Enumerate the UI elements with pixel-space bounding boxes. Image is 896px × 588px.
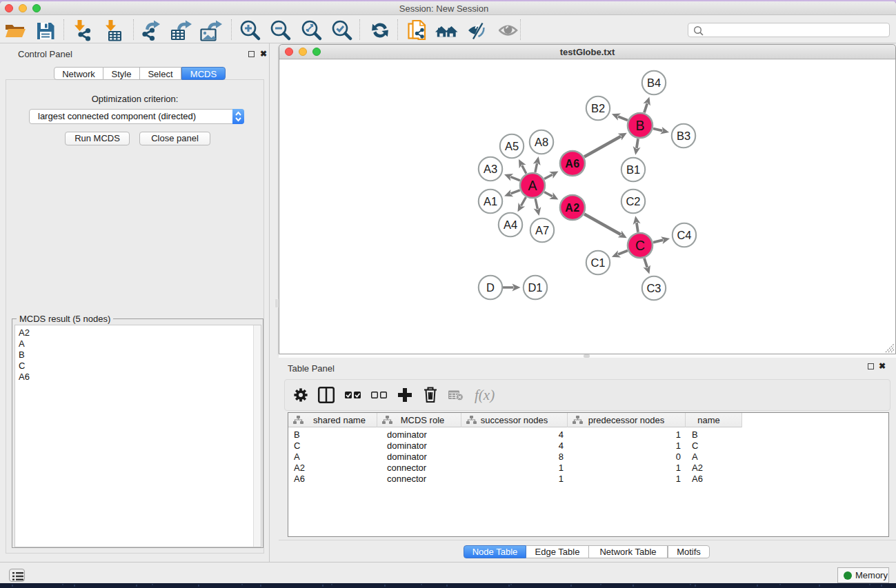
svg-text:B4: B4 — [647, 77, 661, 89]
svg-text:C3: C3 — [646, 282, 661, 294]
svg-text:B2: B2 — [591, 102, 605, 114]
svg-text:A6: A6 — [565, 158, 579, 170]
svg-text:C: C — [635, 238, 645, 253]
svg-text:C4: C4 — [677, 229, 691, 241]
svg-text:A: A — [528, 178, 537, 193]
svg-text:A4: A4 — [504, 219, 517, 231]
svg-text:C2: C2 — [626, 195, 640, 207]
svg-text:D1: D1 — [528, 281, 542, 294]
svg-text:B1: B1 — [626, 163, 640, 176]
svg-text:D: D — [486, 281, 495, 294]
svg-text:A3: A3 — [484, 163, 497, 175]
svg-text:A5: A5 — [505, 140, 519, 152]
svg-text:A2: A2 — [565, 202, 579, 214]
svg-text:C1: C1 — [590, 256, 605, 269]
svg-text:A7: A7 — [535, 224, 549, 236]
svg-text:A8: A8 — [535, 136, 548, 148]
svg-text:B: B — [635, 118, 644, 133]
svg-text:B3: B3 — [677, 130, 690, 142]
svg-text:A1: A1 — [484, 195, 497, 207]
